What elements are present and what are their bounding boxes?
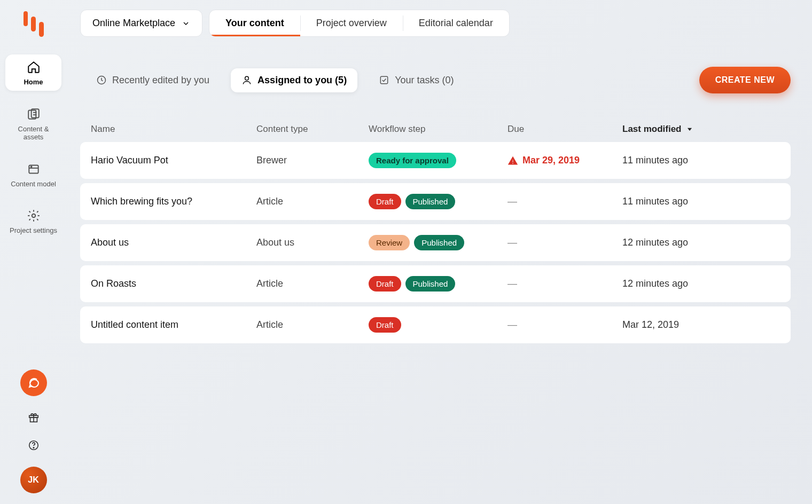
cell-due: — [508, 196, 622, 207]
table-row[interactable]: Untitled content itemArticleDraft—Mar 12… [80, 306, 791, 343]
avatar-initials: JK [28, 475, 38, 485]
cell-due: — [508, 278, 622, 289]
filter-row: Recently edited by you Assigned to you (… [85, 67, 791, 93]
workflow-badge: Draft [369, 194, 401, 209]
tab-editorial-calendar[interactable]: Editorial calendar [403, 10, 509, 36]
filter-recently-edited[interactable]: Recently edited by you [85, 68, 220, 92]
clock-icon [96, 75, 107, 85]
workflow-badge: Review [369, 235, 410, 250]
col-content-type[interactable]: Content type [256, 124, 369, 135]
cell-workflow-step: DraftPublished [369, 276, 508, 292]
nav-content-model-label: Content model [11, 180, 56, 188]
tab-your-content[interactable]: Your content [209, 10, 300, 36]
nav-content-assets[interactable]: Content & assets [5, 101, 61, 146]
cell-last-modified: 11 minutes ago [622, 155, 780, 166]
sort-desc-icon [686, 125, 693, 133]
cell-content-type: About us [256, 237, 369, 248]
filter-recently-edited-label: Recently edited by you [112, 75, 209, 86]
chevron-down-icon [182, 19, 190, 28]
home-icon [26, 60, 41, 75]
filter-your-tasks[interactable]: Your tasks (0) [368, 68, 464, 92]
table-row[interactable]: On RoastsArticleDraftPublished—12 minute… [80, 265, 791, 302]
nav-project-settings[interactable]: Project settings [5, 203, 61, 239]
gear-icon [26, 208, 41, 223]
cell-content-type: Article [256, 319, 369, 330]
create-new-button[interactable]: CREATE NEW [699, 67, 791, 93]
cell-content-type: Article [256, 196, 369, 207]
svg-marker-16 [687, 128, 691, 131]
chat-button[interactable] [20, 369, 47, 396]
checkbox-icon [379, 75, 389, 85]
person-icon [241, 75, 252, 85]
content-icon [26, 107, 41, 122]
content-table: Name Content type Workflow step Due Last… [80, 116, 791, 343]
sidebar: Home Content & assets Content model Proj… [0, 0, 67, 504]
cell-workflow-step: Draft [369, 317, 508, 333]
svg-point-6 [30, 166, 32, 167]
workflow-badge: Ready for approval [369, 153, 456, 168]
nav-content-assets-label: Content & assets [7, 125, 59, 141]
col-due[interactable]: Due [508, 124, 622, 135]
table-row[interactable]: About usAbout usReviewPublished—12 minut… [80, 224, 791, 261]
cell-name: About us [91, 237, 256, 248]
svg-point-7 [32, 214, 35, 218]
col-workflow-step[interactable]: Workflow step [369, 124, 508, 135]
help-icon[interactable] [27, 439, 40, 452]
cell-content-type: Brewer [256, 155, 369, 166]
filter-your-tasks-label: Your tasks (0) [395, 75, 454, 86]
gift-icon[interactable] [27, 411, 40, 424]
cell-last-modified: 12 minutes ago [622, 278, 780, 289]
workflow-badge: Draft [369, 317, 401, 333]
cell-due: — [508, 237, 622, 248]
project-name: Online Marketplace [92, 18, 175, 29]
cell-last-modified: 12 minutes ago [622, 237, 780, 248]
svg-rect-15 [380, 76, 387, 83]
warning-icon [508, 155, 518, 166]
svg-point-12 [33, 447, 34, 448]
cell-workflow-step: DraftPublished [369, 194, 508, 209]
cell-workflow-step: Ready for approval [369, 153, 508, 168]
col-last-modified[interactable]: Last modified [622, 124, 780, 135]
tab-project-overview[interactable]: Project overview [300, 10, 403, 36]
project-selector[interactable]: Online Marketplace [80, 10, 202, 37]
topbar: Online Marketplace Your content Project … [80, 10, 510, 37]
svg-point-14 [245, 76, 249, 80]
cell-name: On Roasts [91, 278, 256, 289]
model-icon [26, 162, 41, 177]
nav-home[interactable]: Home [5, 54, 61, 91]
nav-content-model[interactable]: Content model [5, 156, 61, 193]
workflow-badge: Draft [369, 276, 401, 292]
cell-name: Which brewing fits you? [91, 196, 256, 207]
sidebar-bottom: JK [0, 369, 67, 493]
table-header: Name Content type Workflow step Due Last… [80, 116, 791, 142]
workflow-badge: Published [405, 194, 456, 209]
cell-workflow-step: ReviewPublished [369, 235, 508, 250]
cell-due: — [508, 319, 622, 330]
nav-home-label: Home [24, 78, 43, 86]
cell-last-modified: 11 minutes ago [622, 196, 780, 207]
col-name[interactable]: Name [91, 124, 256, 135]
cell-due: Mar 29, 2019 [508, 155, 622, 166]
cell-name: Hario Vacuum Pot [91, 155, 256, 166]
cell-name: Untitled content item [91, 319, 256, 330]
table-row[interactable]: Hario Vacuum PotBrewerReady for approval… [80, 142, 791, 179]
nav-items: Home Content & assets Content model Proj… [5, 54, 61, 239]
user-avatar[interactable]: JK [20, 467, 47, 493]
workflow-badge: Published [414, 235, 464, 250]
main-tabs: Your content Project overview Editorial … [209, 10, 510, 37]
cell-content-type: Article [256, 278, 369, 289]
table-body: Hario Vacuum PotBrewerReady for approval… [80, 142, 791, 343]
filter-assigned-to-you[interactable]: Assigned to you (5) [231, 68, 357, 92]
nav-project-settings-label: Project settings [10, 226, 57, 235]
table-row[interactable]: Which brewing fits you?ArticleDraftPubli… [80, 183, 791, 220]
cell-last-modified: Mar 12, 2019 [622, 319, 780, 330]
filter-assigned-label: Assigned to you (5) [257, 75, 347, 86]
app-logo [22, 10, 45, 38]
workflow-badge: Published [405, 276, 456, 292]
